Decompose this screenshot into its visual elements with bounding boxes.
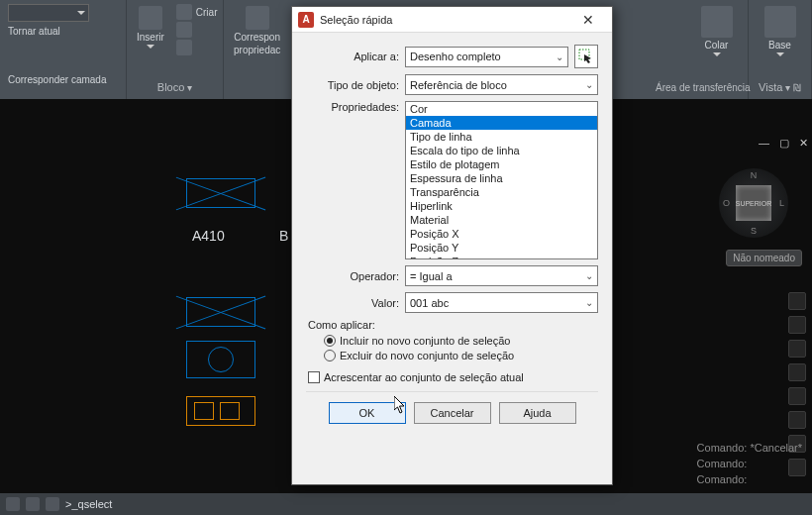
property-list-item[interactable]: Hiperlink [406, 199, 597, 213]
property-list-item[interactable]: Cor [406, 102, 597, 116]
chevron-down-icon: ⌄ [556, 52, 563, 62]
cmd-history-line: Comando: [697, 456, 802, 471]
property-list-item[interactable]: Tipo de linha [406, 130, 597, 144]
object-type-combo[interactable]: Referência de bloco ⌄ [405, 74, 598, 95]
chevron-down-icon: ⌄ [585, 79, 593, 90]
group-label-clipboard: Área de transferência [656, 80, 740, 95]
chevron-down-icon: ⌄ [585, 270, 593, 281]
match-props-label2: propriedac [234, 45, 280, 55]
apply-to-combo[interactable]: Desenho completo ⌄ [405, 47, 568, 67]
pan-icon[interactable] [788, 316, 806, 334]
select-objects-button[interactable] [574, 45, 598, 68]
exclude-radio[interactable]: Excluir do novo conjunto de seleção [324, 350, 598, 361]
viewcube[interactable]: N S O L SUPERIOR [719, 168, 788, 238]
property-list-item[interactable]: Posição X [406, 227, 597, 241]
viewcube-n: N [751, 170, 758, 180]
property-list-item[interactable]: Camada [406, 116, 597, 130]
chevron-down-icon [77, 11, 85, 15]
base-button[interactable]: Base [762, 4, 798, 58]
viewcube-l: L [779, 198, 784, 208]
match-layer-label[interactable]: Corresponder camada [8, 74, 107, 85]
value-value: 001 abc [410, 297, 449, 309]
dialog-titlebar[interactable]: A Seleção rápida ✕ [292, 7, 612, 33]
insert-label: Inserir [137, 32, 164, 43]
base-label: Base [768, 40, 791, 51]
block-attr-icon[interactable] [176, 40, 192, 55]
group-label-bloco: Bloco ▾ [135, 79, 215, 95]
checkbox-icon [308, 371, 320, 383]
cancel-button[interactable]: Cancelar [414, 402, 491, 424]
nav-wheel-icon[interactable] [788, 292, 806, 310]
append-checkbox-label: Acrescentar ao conjunto de seleção atual [324, 371, 524, 383]
chevron-down-icon: ⌄ [585, 297, 593, 308]
property-list-item[interactable]: Espessura de linha [406, 171, 597, 185]
app-icon: A [298, 12, 314, 28]
close-icon[interactable]: ✕ [799, 137, 808, 150]
help-button[interactable]: Ajuda [499, 402, 576, 424]
property-list-item[interactable]: Posição Z [406, 255, 597, 259]
properties-label: Propriedades: [306, 101, 405, 113]
match-props-icon [246, 6, 269, 30]
match-props-label1: Correspon [234, 32, 280, 43]
cmd-menu-icon[interactable] [6, 497, 20, 511]
create-block-button[interactable]: Criar [176, 4, 218, 20]
operator-label: Operador: [306, 270, 405, 282]
block-edit-icon[interactable] [176, 22, 192, 38]
viewcube-o: O [723, 198, 730, 208]
property-list-item[interactable]: Escala do tipo de linha [406, 144, 597, 157]
value-combo[interactable]: 001 abc ⌄ [405, 292, 598, 313]
block-tag-2: B [279, 228, 288, 244]
cmd-history-line: Comando: [697, 471, 802, 487]
operator-value: = Igual a [410, 270, 453, 282]
viewcube-face[interactable]: SUPERIOR [736, 185, 771, 221]
command-history: Comando: *Cancelar* Comando: Comando: [697, 440, 802, 487]
zoom-icon[interactable] [788, 340, 806, 358]
orbit-icon[interactable] [788, 363, 806, 381]
how-to-apply-label: Como aplicar: [308, 319, 598, 331]
ucs-tag[interactable]: Não nomeado [726, 250, 802, 266]
apply-to-label: Aplicar a: [306, 51, 405, 62]
operator-combo[interactable]: = Igual a ⌄ [405, 265, 598, 286]
match-props-button[interactable]: Correspon propriedac [232, 4, 282, 57]
properties-listbox[interactable]: CorCamadaTipo de linhaEscala do tipo de … [405, 101, 598, 259]
maximize-icon[interactable]: ▢ [779, 137, 789, 150]
object-type-value: Referência de bloco [410, 79, 507, 91]
create-icon [176, 4, 192, 20]
group-label-vista: Vista ▾ ₪ [757, 79, 803, 95]
include-radio[interactable]: Incluir no novo conjunto de seleção [324, 335, 598, 347]
create-label: Criar [196, 7, 218, 18]
cmd-close-icon[interactable] [26, 497, 40, 511]
radio-icon [324, 350, 336, 361]
cmd-prompt: >_ [65, 498, 78, 510]
base-icon [764, 6, 796, 38]
property-list-item[interactable]: Transparência [406, 185, 597, 199]
paste-icon [701, 6, 733, 38]
block-tag-1: A410 [192, 228, 225, 244]
cmd-config-icon[interactable] [46, 497, 59, 511]
document-window-controls: — ▢ ✕ [759, 137, 808, 150]
append-checkbox[interactable]: Acrescentar ao conjunto de seleção atual [308, 371, 598, 383]
property-list-item[interactable]: Estilo de plotagem [406, 157, 597, 171]
dialog-close-button[interactable]: ✕ [570, 9, 606, 31]
cmd-input-text[interactable]: qselect [78, 498, 113, 510]
apply-to-value: Desenho completo [410, 51, 501, 62]
property-list-item[interactable]: Posição Y [406, 241, 597, 255]
chevron-down-icon [713, 52, 721, 56]
value-label: Valor: [306, 297, 405, 309]
quick-select-dialog: A Seleção rápida ✕ Aplicar a: Desenho co… [291, 6, 613, 485]
dialog-title: Seleção rápida [320, 14, 570, 26]
include-radio-label: Incluir no novo conjunto de seleção [340, 335, 510, 347]
command-line[interactable]: >_qselect [0, 493, 812, 515]
object-type-label: Tipo de objeto: [306, 79, 405, 91]
exclude-radio-label: Excluir do novo conjunto de seleção [340, 350, 514, 361]
insert-block-button[interactable]: Inserir [135, 4, 166, 51]
paste-button[interactable]: Colar [699, 4, 735, 58]
property-list-item[interactable]: Material [406, 213, 597, 227]
nav-more-icon[interactable] [788, 411, 806, 429]
minimize-icon[interactable]: — [759, 137, 769, 150]
showmotion-icon[interactable] [788, 387, 806, 405]
layer-dropdown[interactable] [8, 4, 89, 22]
make-current-label[interactable]: Tornar atual [8, 26, 60, 37]
viewcube-s: S [751, 226, 757, 236]
chevron-down-icon [776, 52, 784, 56]
